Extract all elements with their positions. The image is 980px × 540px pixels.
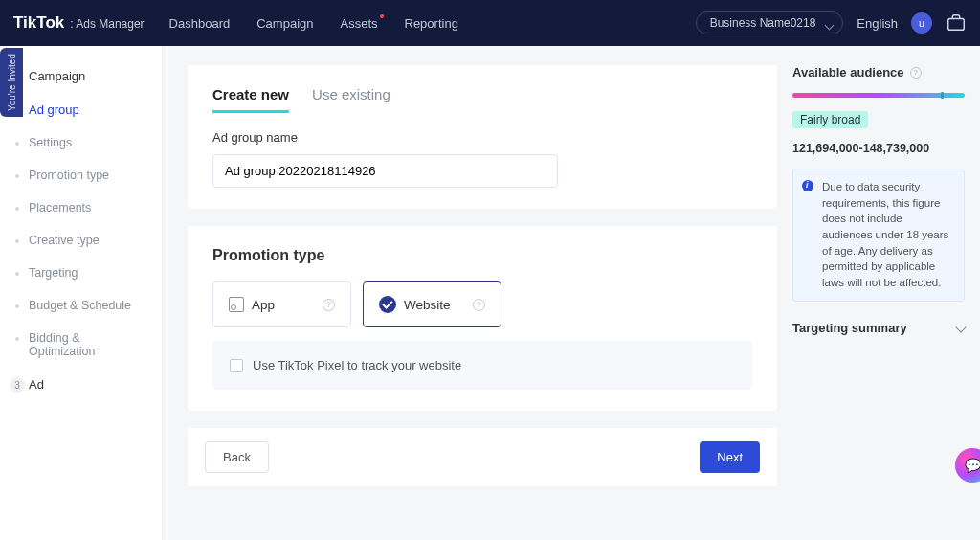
option-app[interactable]: App ? <box>212 281 351 327</box>
option-app-label: App <box>252 298 275 312</box>
content: Create new Use existing Ad group name Pr… <box>163 46 980 540</box>
main-column: Create new Use existing Ad group name Pr… <box>188 65 777 486</box>
help-icon[interactable]: ? <box>473 299 485 311</box>
option-website-label: Website <box>404 298 451 312</box>
pixel-row: Use TikTok Pixel to track your website <box>212 341 752 390</box>
adgroup-card: Create new Use existing Ad group name <box>188 65 777 209</box>
brand: TikTok : Ads Manager <box>13 13 145 33</box>
sidebar-promotion-type[interactable]: Promotion type <box>0 159 162 191</box>
nav-assets[interactable]: Assets <box>340 16 377 31</box>
language-selector[interactable]: English <box>857 16 898 31</box>
audience-notice: Due to data security requirements, this … <box>792 169 965 302</box>
nav-campaign[interactable]: Campaign <box>256 16 313 31</box>
adgroup-name-label: Ad group name <box>212 130 752 145</box>
help-icon[interactable]: ? <box>910 67 922 79</box>
invite-tab-label: You're Invited <box>7 54 17 111</box>
tab-create-new[interactable]: Create new <box>212 86 289 113</box>
sidebar-budget[interactable]: Budget & Schedule <box>0 289 162 322</box>
next-button[interactable]: Next <box>700 441 760 473</box>
sidebar-adgroup[interactable]: Ad group <box>0 93 162 126</box>
sidebar-bidding[interactable]: Bidding & Optimization <box>0 322 162 368</box>
nav-dashboard[interactable]: Dashboard <box>169 16 231 31</box>
audience-title: Available audience <box>792 65 904 79</box>
targeting-summary-label: Targeting summary <box>792 321 907 335</box>
audience-badge: Fairly broad <box>792 111 868 128</box>
avatar[interactable]: u <box>911 12 932 34</box>
help-icon[interactable]: ? <box>323 299 335 311</box>
business-selector[interactable]: Business Name0218 <box>696 11 844 34</box>
sidebar-ad[interactable]: Ad <box>0 368 162 401</box>
right-panel: Available audience ? Fairly broad 121,69… <box>792 65 965 341</box>
svg-rect-0 <box>948 18 965 30</box>
sidebar-creative-type[interactable]: Creative type <box>0 224 162 257</box>
promotion-options: App ? Website ? <box>212 281 752 327</box>
audience-gauge <box>792 93 965 98</box>
chevron-down-icon <box>955 323 966 333</box>
promotion-title: Promotion type <box>212 247 752 264</box>
app-icon <box>229 297 244 312</box>
targeting-summary[interactable]: Targeting summary <box>792 315 965 341</box>
invite-tab[interactable]: You're Invited <box>0 48 23 117</box>
nav-links: Dashboard Campaign Assets Reporting <box>169 16 458 31</box>
nav-reporting[interactable]: Reporting <box>405 16 458 31</box>
promotion-card: Promotion type App ? Website ? Use <box>188 226 777 411</box>
adgroup-name-input[interactable] <box>212 154 558 188</box>
audience-range: 121,694,000-148,739,000 <box>792 142 965 155</box>
sidebar-campaign[interactable]: Campaign <box>0 59 162 93</box>
audience-title-row: Available audience ? <box>792 65 965 79</box>
back-button[interactable]: Back <box>205 441 269 473</box>
tabs: Create new Use existing <box>212 86 752 113</box>
sidebar: Campaign Ad group Settings Promotion typ… <box>0 46 163 540</box>
top-nav: TikTok : Ads Manager Dashboard Campaign … <box>0 0 980 46</box>
option-website[interactable]: Website ? <box>363 281 501 327</box>
check-icon <box>379 296 396 313</box>
brand-subtitle: : Ads Manager <box>70 17 144 31</box>
sidebar-placements[interactable]: Placements <box>0 191 162 224</box>
sidebar-targeting[interactable]: Targeting <box>0 257 162 289</box>
briefcase-icon[interactable] <box>946 12 967 34</box>
brand-logo: TikTok <box>13 13 64 33</box>
pixel-label: Use TikTok Pixel to track your website <box>253 358 461 372</box>
tab-use-existing[interactable]: Use existing <box>312 86 390 113</box>
footer: Back Next <box>188 428 777 486</box>
sidebar-settings[interactable]: Settings <box>0 126 162 159</box>
top-right: Business Name0218 English u <box>696 11 967 34</box>
pixel-checkbox[interactable] <box>230 359 243 372</box>
